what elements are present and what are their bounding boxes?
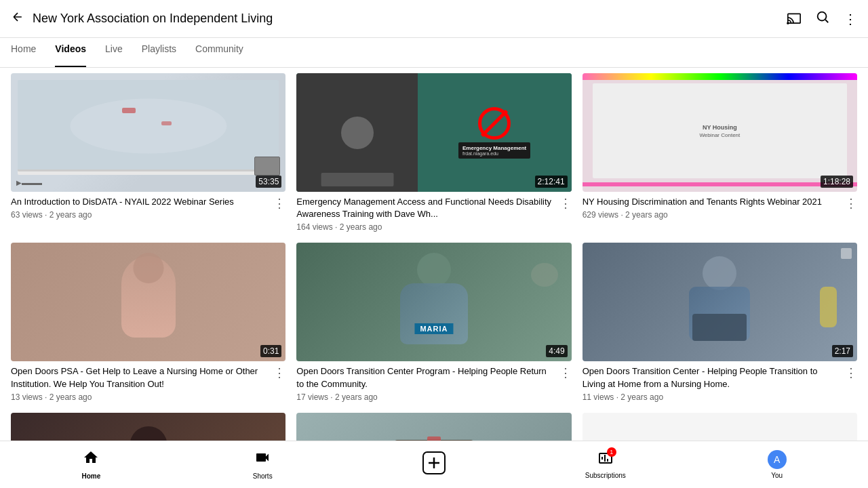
video-title-2: Emergency Management Access and Function… bbox=[296, 196, 553, 220]
more-options-button-2[interactable]: ⋮ bbox=[559, 196, 572, 211]
home-icon bbox=[83, 449, 99, 470]
video-title-6: Open Doors Transition Center - Helping P… bbox=[583, 365, 840, 390]
video-info-3: NY Housing Discrimination and Tenants Ri… bbox=[583, 196, 857, 220]
you-label: You bbox=[771, 472, 783, 479]
video-grid: ▶▬▬▬ 53:35 An Introduction to DisDATA - … bbox=[0, 68, 868, 441]
video-duration-6: 2:17 bbox=[832, 345, 853, 357]
nav-add[interactable] bbox=[349, 451, 520, 479]
video-card-4[interactable]: 0:31 Open Doors PSA - Get Help to Leave … bbox=[11, 243, 285, 401]
more-options-button-3[interactable]: ⋮ bbox=[845, 196, 857, 211]
video-meta-6: 11 views · 2 years ago bbox=[583, 392, 845, 402]
nav-subscriptions[interactable]: 1 Subscriptions bbox=[519, 450, 691, 479]
home-label: Home bbox=[82, 472, 101, 480]
subscriptions-badge-container: 1 bbox=[597, 450, 614, 469]
video-card-9[interactable]: LANGUAGE IS POWER ✦ Language is power. W… bbox=[583, 413, 857, 441]
channel-nav: Home Videos Live Playlists Community bbox=[0, 38, 868, 68]
tab-videos[interactable]: Videos bbox=[55, 38, 86, 67]
search-icon[interactable] bbox=[815, 9, 830, 28]
video-card-5[interactable]: MARIA 4:49 Open Doors Transition Center … bbox=[296, 243, 571, 401]
tab-playlists[interactable]: Playlists bbox=[142, 38, 176, 67]
video-thumbnail-4: 0:31 bbox=[11, 243, 285, 361]
video-thumbnail-3: NY Housing Webinar Content 1:18:28 bbox=[583, 73, 857, 192]
header: New York Association on Independent Livi… bbox=[0, 0, 868, 38]
maria-label: MARIA bbox=[414, 323, 453, 334]
more-options-button-6[interactable]: ⋮ bbox=[845, 365, 857, 380]
bottom-navigation: Home Shorts 1 Subscriptions A You bbox=[0, 441, 868, 488]
video-meta-1: 63 views · 2 years ago bbox=[11, 210, 239, 220]
nav-home[interactable]: Home bbox=[5, 449, 177, 480]
tab-live[interactable]: Live bbox=[105, 38, 123, 67]
back-button[interactable] bbox=[11, 10, 24, 27]
add-icon bbox=[422, 451, 446, 479]
svg-point-2 bbox=[818, 12, 827, 21]
video-thumbnail-8 bbox=[296, 413, 571, 441]
video-card-6[interactable]: 2:17 Open Doors Transition Center - Help… bbox=[583, 243, 857, 401]
tab-home[interactable]: Home bbox=[11, 38, 36, 67]
video-thumbnail-7 bbox=[11, 413, 285, 441]
subscriptions-label: Subscriptions bbox=[585, 472, 626, 479]
video-title-3: NY Housing Discrimination and Tenants Ri… bbox=[583, 196, 822, 208]
subscriptions-badge: 1 bbox=[607, 447, 616, 457]
video-duration-5: 4:49 bbox=[546, 345, 567, 357]
more-options-button-4[interactable]: ⋮ bbox=[273, 365, 285, 380]
video-thumbnail-9: LANGUAGE IS POWER ✦ Language is power. W… bbox=[583, 413, 857, 441]
video-info-1: An Introduction to DisDATA - NYAIL 2022 … bbox=[11, 196, 285, 220]
video-meta-5: 17 views · 2 years ago bbox=[296, 392, 559, 402]
video-title-4: Open Doors PSA - Get Help to Leave a Nur… bbox=[11, 365, 268, 390]
video-thumbnail-5: MARIA 4:49 bbox=[296, 243, 571, 361]
play-bar-icon: ▶▬▬▬ bbox=[16, 179, 42, 186]
video-thumbnail-1: ▶▬▬▬ 53:35 bbox=[11, 73, 285, 192]
more-options-button-1[interactable]: ⋮ bbox=[273, 196, 285, 211]
avatar: A bbox=[768, 450, 787, 469]
video-duration-4: 0:31 bbox=[260, 345, 281, 357]
video-title-5: Open Doors Transition Center Program - H… bbox=[296, 365, 553, 390]
video-duration-2: 2:12:41 bbox=[535, 176, 568, 188]
video-info-6: Open Doors Transition Center - Helping P… bbox=[583, 365, 857, 401]
video-thumbnail-2: Emergency Management frdat.niagara.edu 2… bbox=[296, 73, 571, 192]
video-info-2: Emergency Management Access and Function… bbox=[296, 196, 571, 232]
video-card-1[interactable]: ▶▬▬▬ 53:35 An Introduction to DisDATA - … bbox=[11, 73, 285, 232]
shorts-icon bbox=[254, 449, 271, 470]
video-title-1: An Introduction to DisDATA - NYAIL 2022 … bbox=[11, 196, 234, 208]
nav-you[interactable]: A You bbox=[691, 450, 863, 479]
nav-shorts[interactable]: Shorts bbox=[177, 449, 349, 480]
video-meta-2: 164 views · 2 years ago bbox=[296, 222, 559, 232]
video-info-4: Open Doors PSA - Get Help to Leave a Nur… bbox=[11, 365, 285, 401]
channel-title: New York Association on Independent Livi… bbox=[33, 12, 787, 26]
video-card-2[interactable]: Emergency Management frdat.niagara.edu 2… bbox=[296, 73, 571, 232]
video-grid-container: ▶▬▬▬ 53:35 An Introduction to DisDATA - … bbox=[0, 68, 868, 441]
video-info-5: Open Doors Transition Center Program - H… bbox=[296, 365, 571, 401]
more-options-icon[interactable]: ⋮ bbox=[844, 11, 857, 27]
svg-point-1 bbox=[787, 22, 789, 24]
video-meta-4: 13 views · 2 years ago bbox=[11, 392, 273, 402]
video-card-3[interactable]: NY Housing Webinar Content 1:18:28 NY Ho… bbox=[583, 73, 857, 232]
header-actions: ⋮ bbox=[787, 9, 857, 28]
more-options-button-5[interactable]: ⋮ bbox=[559, 365, 572, 380]
video-meta-3: 629 views · 2 years ago bbox=[583, 210, 827, 220]
svg-rect-0 bbox=[788, 14, 800, 23]
video-duration-1: 53:35 bbox=[256, 176, 281, 188]
video-card-8[interactable] bbox=[296, 413, 571, 441]
tab-community[interactable]: Community bbox=[195, 38, 243, 67]
cast-icon[interactable] bbox=[787, 9, 802, 28]
video-thumbnail-6: 2:17 bbox=[583, 243, 857, 361]
video-card-7[interactable] bbox=[11, 413, 285, 441]
video-duration-3: 1:18:28 bbox=[821, 176, 853, 188]
shorts-label: Shorts bbox=[253, 472, 273, 480]
